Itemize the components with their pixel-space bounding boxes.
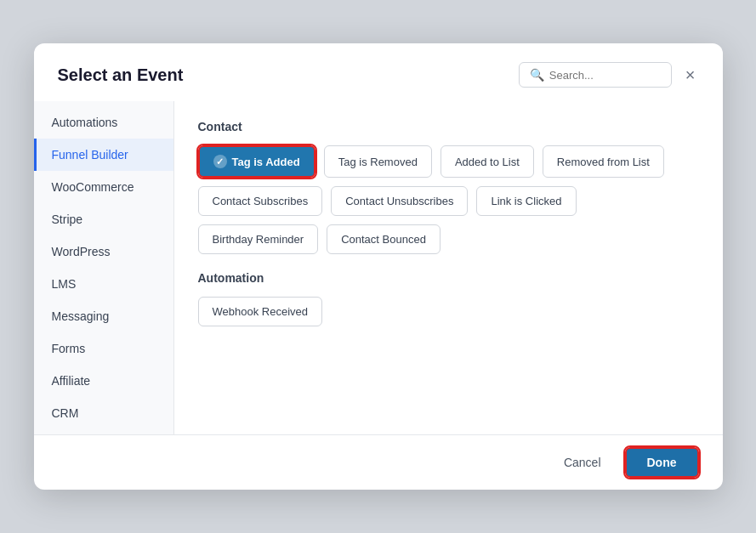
event-btn-contact-unsubscribes[interactable]: Contact Unsubscribes <box>331 186 468 216</box>
event-btn-contact-subscribes[interactable]: Contact Subscribes <box>198 186 323 216</box>
events-grid-automation: Webhook Received <box>198 297 699 326</box>
event-btn-added-to-list[interactable]: Added to List <box>441 145 534 178</box>
section-title-contact: Contact <box>198 120 699 133</box>
sidebar-item-funnel-builder[interactable]: Funnel Builder <box>34 139 173 171</box>
sidebar-item-forms[interactable]: Forms <box>34 332 173 365</box>
event-label-webhook-received: Webhook Received <box>213 305 309 318</box>
search-input[interactable] <box>549 69 661 82</box>
select-event-modal: Select an Event 🔍 × AutomationsFunnel Bu… <box>34 43 723 490</box>
event-label-link-is-clicked: Link is Clicked <box>491 195 561 207</box>
event-label-removed-from-list: Removed from List <box>557 156 650 168</box>
check-icon: ✓ <box>213 155 227 168</box>
event-btn-webhook-received[interactable]: Webhook Received <box>198 297 323 326</box>
event-btn-removed-from-list[interactable]: Removed from List <box>543 145 664 178</box>
modal-header: Select an Event 🔍 × <box>34 43 723 101</box>
event-btn-tag-is-added[interactable]: ✓Tag is Added <box>198 145 315 178</box>
search-box: 🔍 <box>519 62 672 88</box>
event-label-added-to-list: Added to List <box>455 156 520 168</box>
event-btn-link-is-clicked[interactable]: Link is Clicked <box>476 186 576 216</box>
event-label-contact-unsubscribes: Contact Unsubscribes <box>345 195 453 207</box>
modal-footer: Cancel Done <box>34 434 723 490</box>
sidebar-item-automations[interactable]: Automations <box>34 106 173 139</box>
sidebar: AutomationsFunnel BuilderWooCommerceStri… <box>34 101 174 434</box>
event-label-contact-subscribes: Contact Subscribes <box>213 195 309 207</box>
sidebar-item-messaging[interactable]: Messaging <box>34 300 173 332</box>
event-btn-contact-bounced[interactable]: Contact Bounced <box>327 224 441 254</box>
header-right: 🔍 × <box>519 62 699 88</box>
sidebar-item-stripe[interactable]: Stripe <box>34 203 173 235</box>
content-area: Contact✓Tag is AddedTag is RemovedAdded … <box>174 101 723 434</box>
done-button[interactable]: Done <box>625 447 699 478</box>
section-title-automation: Automation <box>198 271 699 285</box>
sidebar-item-affiliate[interactable]: Affiliate <box>34 365 173 397</box>
event-btn-birthday-reminder[interactable]: Birthday Reminder <box>198 224 319 254</box>
cancel-button[interactable]: Cancel <box>552 449 613 476</box>
events-grid-contact: ✓Tag is AddedTag is RemovedAdded to List… <box>198 145 699 254</box>
search-icon: 🔍 <box>530 68 544 82</box>
event-label-tag-is-added: Tag is Added <box>232 156 300 168</box>
close-button[interactable]: × <box>682 65 699 85</box>
event-label-tag-is-removed: Tag is Removed <box>338 156 418 168</box>
event-btn-tag-is-removed[interactable]: Tag is Removed <box>324 145 432 178</box>
sidebar-item-wordpress[interactable]: WordPress <box>34 235 173 268</box>
modal-body: AutomationsFunnel BuilderWooCommerceStri… <box>34 101 723 434</box>
sidebar-item-lms[interactable]: LMS <box>34 268 173 300</box>
sidebar-item-crm[interactable]: CRM <box>34 397 173 429</box>
event-label-contact-bounced: Contact Bounced <box>341 233 426 246</box>
modal-title: Select an Event <box>58 65 184 85</box>
sidebar-item-woocommerce[interactable]: WooCommerce <box>34 171 173 203</box>
event-label-birthday-reminder: Birthday Reminder <box>213 233 304 246</box>
